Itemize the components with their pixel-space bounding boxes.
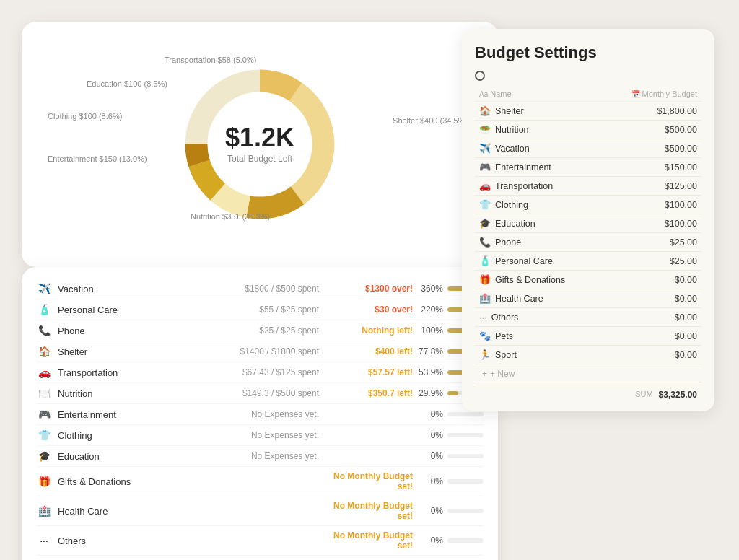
settings-row-name: ✈️ Vacation bbox=[475, 139, 602, 158]
settings-row-name-text: Nutrition bbox=[495, 125, 529, 135]
settings-row-name-text: Clothing bbox=[495, 200, 528, 210]
settings-row-budget: $500.00 bbox=[602, 121, 701, 139]
settings-row-name-text: Transportation bbox=[495, 181, 553, 191]
list-item-icon: ··· bbox=[36, 535, 52, 546]
settings-row-name: 📞 Phone bbox=[475, 233, 602, 252]
chart-label-shelter: Shelter $400 (34.5%) bbox=[393, 116, 468, 125]
list-item-budget-info: $25 / $25 spent bbox=[173, 325, 325, 336]
list-item-name: Gifts & Donations bbox=[58, 476, 173, 487]
settings-row-name: 🏠 Shelter bbox=[475, 102, 602, 121]
donut-area: $1.2K Total Budget Left Transportation $… bbox=[43, 43, 476, 245]
list-item-icon: ✈️ bbox=[36, 283, 52, 294]
settings-sum-label: SUM bbox=[635, 390, 652, 400]
list-item-name: Phone bbox=[58, 325, 173, 336]
settings-row-name-text: Gifts & Donations bbox=[495, 275, 565, 285]
list-item-icon: 🎁 bbox=[36, 476, 52, 487]
list-item-pct: 220% bbox=[419, 305, 447, 315]
settings-row-name: 🎓 Education bbox=[475, 214, 602, 233]
list-item-icon: 🧴 bbox=[36, 304, 52, 315]
settings-row-name: 🚗 Transportation bbox=[475, 177, 602, 196]
settings-row-icon: ✈️ bbox=[479, 143, 491, 154]
settings-row-name-text: Entertainment bbox=[495, 162, 551, 172]
settings-title: Budget Settings bbox=[475, 43, 701, 62]
settings-row[interactable]: 📞 Phone $25.00 bbox=[475, 233, 701, 252]
list-item: 🐾 Pets No Monthly Budget set! 0% bbox=[36, 556, 484, 560]
list-item: 🧴 Personal Care $55 / $25 spent $30 over… bbox=[36, 299, 484, 320]
list-item-budget-info: No Expenses yet. bbox=[173, 451, 325, 461]
settings-row-budget: $150.00 bbox=[602, 158, 701, 177]
settings-row[interactable]: 🏠 Shelter $1,800.00 bbox=[475, 102, 701, 121]
chart-label-entertainment: Entertainment $150 (13.0%) bbox=[48, 154, 147, 163]
settings-new-row[interactable]: + + New bbox=[475, 364, 701, 383]
settings-circle-icon bbox=[475, 71, 485, 81]
settings-row[interactable]: 👕 Clothing $100.00 bbox=[475, 196, 701, 214]
list-item-bar bbox=[447, 433, 484, 437]
list-item-name: Clothing bbox=[58, 430, 173, 441]
settings-row-name-text: Personal Care bbox=[495, 256, 553, 266]
list-item-name: Shelter bbox=[58, 346, 173, 357]
list-item-budget-info: No Expenses yet. bbox=[173, 409, 325, 419]
settings-row-icon: 🎁 bbox=[479, 274, 491, 285]
list-item-budget-info: $1400 / $1800 spent bbox=[173, 346, 325, 356]
settings-row[interactable]: 🎮 Entertainment $150.00 bbox=[475, 158, 701, 177]
list-item-icon: 🏠 bbox=[36, 346, 52, 357]
settings-row-name: 👕 Clothing bbox=[475, 196, 602, 214]
settings-row-icon: 🏃 bbox=[479, 349, 491, 360]
list-item-name: Personal Care bbox=[58, 305, 173, 315]
settings-row[interactable]: 🐾 Pets $0.00 bbox=[475, 327, 701, 346]
settings-row-budget: $0.00 bbox=[602, 289, 701, 308]
settings-row-name-text: Vacation bbox=[495, 144, 530, 154]
settings-new-label: + New bbox=[490, 369, 515, 379]
donut-center: $1.2K Total Budget Left bbox=[225, 125, 294, 164]
list-item-name: Entertainment bbox=[58, 409, 173, 420]
chart-label-nutrition: Nutrition $351 (30.3%) bbox=[191, 212, 270, 221]
settings-row-name-text: Education bbox=[495, 219, 535, 229]
settings-row[interactable]: 🚗 Transportation $125.00 bbox=[475, 177, 701, 196]
settings-row-icon: 🥗 bbox=[479, 124, 491, 135]
list-item: 👕 Clothing No Expenses yet. 0% bbox=[36, 425, 484, 446]
settings-row-name-text: Health Care bbox=[495, 294, 543, 304]
settings-row-name: 🥗 Nutrition bbox=[475, 121, 602, 139]
settings-row-icon: 🐾 bbox=[479, 331, 491, 341]
list-item-pct: 29.9% bbox=[419, 388, 447, 398]
list-item-icon: 🚗 bbox=[36, 367, 52, 378]
settings-row[interactable]: 🥗 Nutrition $500.00 bbox=[475, 121, 701, 139]
settings-row-icon: 🚗 bbox=[479, 180, 491, 191]
settings-row-icon: 🎓 bbox=[479, 218, 491, 229]
list-item: 🎮 Entertainment No Expenses yet. 0% bbox=[36, 404, 484, 425]
list-item-pct: 0% bbox=[419, 451, 447, 461]
settings-row[interactable]: ✈️ Vacation $500.00 bbox=[475, 139, 701, 158]
settings-row-name: 🎁 Gifts & Donations bbox=[475, 271, 602, 289]
settings-row-budget: $0.00 bbox=[602, 327, 701, 346]
budget-list-rows: ✈️ Vacation $1800 / $500 spent $1300 ove… bbox=[36, 279, 484, 560]
list-item-name: Health Care bbox=[58, 506, 173, 517]
settings-new-plus: + bbox=[482, 369, 487, 379]
list-item-pct: 0% bbox=[419, 476, 447, 486]
list-item: 🍽️ Nutrition $149.3 / $500 spent $350.7 … bbox=[36, 383, 484, 404]
settings-sum-row: SUM $3,325.00 bbox=[475, 385, 701, 400]
settings-row[interactable]: 🏥 Health Care $0.00 bbox=[475, 289, 701, 308]
settings-row-budget: $0.00 bbox=[602, 308, 701, 327]
list-item-budget-info: $67.43 / $125 spent bbox=[173, 367, 325, 377]
list-item: 🎓 Education No Expenses yet. 0% bbox=[36, 446, 484, 467]
settings-row[interactable]: 🏃 Sport $0.00 bbox=[475, 346, 701, 364]
list-item-pct: 77.8% bbox=[419, 346, 447, 356]
settings-row[interactable]: 🎓 Education $100.00 bbox=[475, 214, 701, 233]
settings-row[interactable]: 🎁 Gifts & Donations $0.00 bbox=[475, 271, 701, 289]
list-item-bar bbox=[447, 509, 484, 513]
list-item: 🚗 Transportation $67.43 / $125 spent $57… bbox=[36, 362, 484, 383]
list-item-budget-info: $55 / $25 spent bbox=[173, 305, 325, 315]
list-item-pct: 53.9% bbox=[419, 367, 447, 377]
settings-row-name-text: Sport bbox=[495, 350, 517, 360]
list-item-budget-info: $1800 / $500 spent bbox=[173, 284, 325, 294]
settings-row-budget: $1,800.00 bbox=[602, 102, 701, 121]
list-item-budget-info: No Expenses yet. bbox=[173, 430, 325, 440]
settings-row-name: 🎮 Entertainment bbox=[475, 158, 602, 177]
list-item: 🏥 Health Care No Monthly Budget set! 0% bbox=[36, 496, 484, 526]
status-left: $350.7 left! bbox=[325, 388, 419, 398]
list-item-pct: 0% bbox=[419, 535, 447, 546]
list-item-name: Nutrition bbox=[58, 388, 173, 399]
settings-row[interactable]: ··· Others $0.00 bbox=[475, 308, 701, 327]
settings-row[interactable]: 🧴 Personal Care $25.00 bbox=[475, 252, 701, 271]
list-item-name: Vacation bbox=[58, 284, 173, 294]
